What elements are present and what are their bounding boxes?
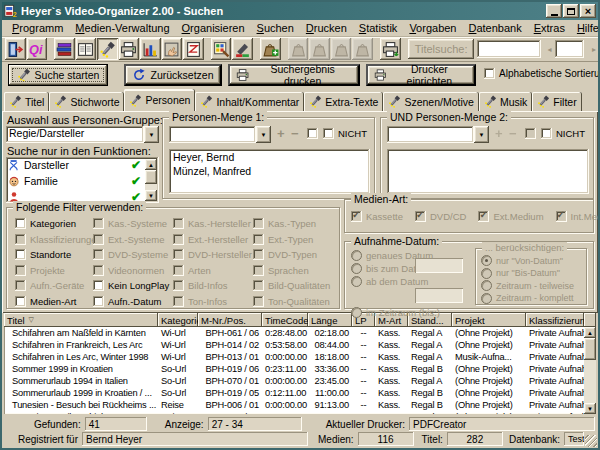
tab-filter[interactable]: Filter	[532, 92, 581, 111]
close-button[interactable]: ×	[580, 4, 596, 18]
tab-extra-texte[interactable]: Extra-Texte	[304, 92, 383, 111]
funktionen-scrollbar[interactable]: ▲▼	[145, 159, 157, 201]
menge1-option-checkbox[interactable]	[307, 128, 318, 139]
scroll-thumb[interactable]	[145, 170, 157, 184]
medium-hinzufuegen-button[interactable]	[260, 38, 281, 60]
titelsuche-input[interactable]	[477, 40, 541, 58]
tab-personen[interactable]: Personen	[124, 89, 195, 111]
menu-extras[interactable]: Extras	[528, 21, 571, 35]
menu-medien-verwaltung[interactable]: Medien-Verwaltung	[69, 21, 175, 35]
table-row[interactable]: Schifahren in Les Arc, Winter 1998Wi-Url…	[4, 351, 584, 363]
column-header-projekt[interactable]: Projekt	[452, 313, 526, 327]
organisieren-button[interactable]	[76, 38, 97, 60]
table-row[interactable]: Sommer 1999 in KroatienSo-UrlBPH-019 / 0…	[4, 363, 584, 375]
scroll-up-icon[interactable]: ▲	[584, 327, 596, 338]
resize-grip[interactable]	[585, 435, 597, 447]
add-person-button[interactable]: +	[277, 128, 285, 140]
tab-musik[interactable]: Musik	[479, 92, 532, 111]
listen-button[interactable]	[183, 38, 204, 60]
checkbox-label: Standorte	[30, 249, 71, 260]
quick-info-button[interactable]: Qi	[27, 38, 48, 60]
column-header-klassifizierung[interactable]: Klassifizierung	[526, 313, 584, 327]
spinner-right-icon[interactable]: ▸	[590, 40, 598, 58]
column-header-kategorie[interactable]: Kategorie	[158, 313, 198, 327]
suchen-button[interactable]	[97, 38, 118, 60]
filter-checkbox-kein-longplay[interactable]: Kein LongPlay	[93, 280, 173, 291]
suchergebnis-drucken-button[interactable]: Suchergebnis drucken	[228, 64, 360, 86]
table-row[interactable]: Tunesien - Besuch bei Rückheims ...Reise…	[4, 399, 584, 411]
funktion-item-familie[interactable]: Familie✔	[6, 173, 145, 189]
checkbox-label: Ton-Infos	[188, 296, 227, 307]
scroll-up-icon[interactable]: ▲	[145, 159, 157, 170]
table-row[interactable]: Schifahren am Naßfeld in KärntenWi-UrlBP…	[4, 327, 584, 339]
filter-checkbox-kategorien[interactable]: Kategorien	[15, 218, 95, 229]
menu-suchen[interactable]: Suchen	[251, 21, 300, 35]
menge2-combobox[interactable]: ▼	[387, 126, 489, 143]
table-row[interactable]: Sommerurlaub 1999 in Kroatien / ...So-Ur…	[4, 387, 584, 399]
tab-stichworte[interactable]: Stichworte	[49, 92, 124, 111]
filter-checkbox-standorte[interactable]: Standorte	[15, 249, 95, 260]
checkbox-box	[93, 280, 104, 291]
menu-hilfe[interactable]: Hilfe	[571, 21, 600, 35]
programm-beenden-button[interactable]	[5, 38, 26, 60]
tab-inhalt-kommentar[interactable]: Inhalt/Kommentar	[195, 92, 304, 111]
column-header-titel[interactable]: Titel▽	[4, 313, 158, 327]
menge1-list[interactable]: Heyer, BerndMünzel, Manfred	[169, 149, 370, 194]
minimize-button[interactable]	[546, 4, 562, 18]
menu-drucken[interactable]: Drucken	[300, 21, 353, 35]
menu-datenbank[interactable]: Datenbank	[462, 21, 527, 35]
werkzeuge-farben-button[interactable]	[211, 38, 232, 60]
personen-gruppe-combobox[interactable]: Regie/Darsteller ▼	[6, 126, 159, 143]
werkzeuge-stift-button[interactable]	[232, 38, 253, 60]
filter-checkbox-aufn-datum[interactable]: Aufn.-Datum	[93, 296, 173, 307]
druck-ausgabe-button[interactable]	[380, 38, 401, 60]
maximize-button[interactable]	[563, 4, 579, 18]
column-header-timecode[interactable]: TimeCode	[262, 313, 308, 327]
column-header-m-nr-pos[interactable]: M-Nr./Pos.	[198, 313, 262, 327]
combobox-value	[387, 126, 474, 143]
tab-label: Szenen/Motive	[404, 96, 473, 108]
spinner-box[interactable]	[555, 40, 584, 58]
menge2-nicht-checkbox[interactable]: NICHT	[541, 128, 585, 139]
check-icon: ✔	[131, 174, 141, 188]
menge1-nicht-checkbox[interactable]: NICHT	[323, 128, 367, 139]
tab-szenen-motive[interactable]: Szenen/Motive	[383, 92, 478, 111]
funktionen-listbox[interactable]: Darsteller✔Familie✔✔▲▼	[6, 157, 159, 203]
funktion-item-darsteller[interactable]: Darsteller✔	[6, 157, 145, 173]
suche-starten-button[interactable]: Suche starten	[8, 64, 108, 86]
chevron-down-icon[interactable]: ▼	[144, 126, 159, 143]
menu-statistik[interactable]: Statistik	[353, 21, 404, 35]
menge1-combobox[interactable]: ▼	[169, 126, 271, 143]
column-header-länge[interactable]: Länge	[308, 313, 352, 327]
person-item[interactable]: Heyer, Bernd	[173, 150, 366, 164]
drucker-einrichten-button[interactable]: Drucker einrichten	[366, 64, 476, 86]
chevron-down-icon[interactable]: ▼	[474, 126, 489, 143]
menu-programm[interactable]: Programm	[6, 21, 69, 35]
menu-organisieren[interactable]: Organisieren	[176, 21, 251, 35]
menu-vorgaben[interactable]: Vorgaben	[403, 21, 462, 35]
combobox-value: Regie/Darsteller	[6, 126, 144, 143]
chevron-down-icon[interactable]: ▼	[256, 126, 271, 143]
scroll-down-icon[interactable]: ▼	[145, 190, 157, 201]
radio-button	[351, 250, 362, 261]
spinner-left-icon[interactable]: ◂	[545, 40, 553, 58]
medien-verwaltung-button[interactable]	[54, 38, 75, 60]
table-row[interactable]: Sommerurlaub 1994 in ItalienSo-UrlBPH-07…	[4, 375, 584, 387]
tab-label: Musik	[500, 96, 527, 108]
table-header: Titel▽KategorieM-Nr./Pos.TimeCodeLängeLP…	[4, 313, 596, 327]
vorgaben-button[interactable]	[162, 38, 183, 60]
scroll-thumb[interactable]	[584, 338, 596, 360]
person-item[interactable]: Münzel, Manfred	[173, 164, 366, 178]
tab-titel[interactable]: Titel	[4, 92, 49, 111]
scroll-down-icon[interactable]: ▼	[584, 403, 596, 414]
zuruecksetzen-button[interactable]: Zurücksetzen	[124, 64, 222, 86]
table-row[interactable]: Schifahren in Frankreich, Les ArcWi-UrlB…	[4, 339, 584, 351]
table-scrollbar[interactable]: ▲▼	[584, 327, 596, 414]
alphabetische-sortierung-checkbox[interactable]: Alphabetische Sortierung	[484, 68, 600, 79]
statistik-button[interactable]	[140, 38, 161, 60]
datenbank-value: Test3 (C:\Test-Daten\HVO2-Test3\)	[564, 432, 584, 446]
menge2-list[interactable]	[387, 149, 589, 194]
filter-checkbox-medien-art[interactable]: Medien-Art	[15, 296, 95, 307]
remove-person-button[interactable]: −	[291, 128, 299, 140]
drucken-button[interactable]	[119, 38, 140, 60]
